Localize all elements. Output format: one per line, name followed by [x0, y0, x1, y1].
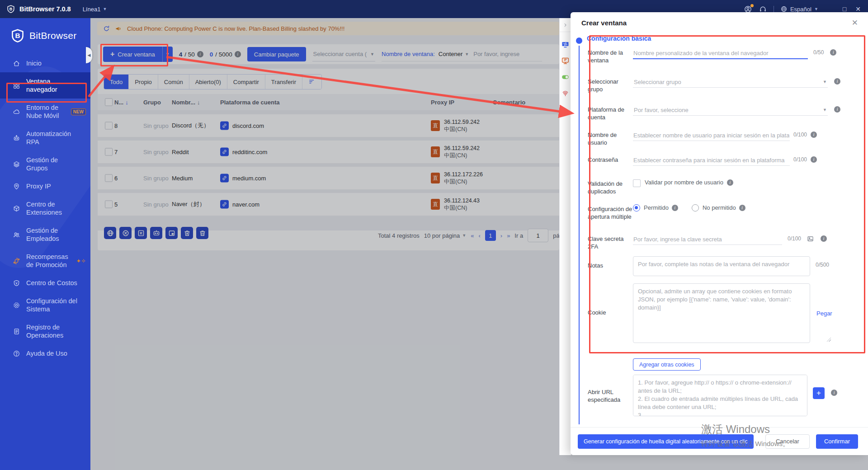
notes-textarea[interactable] — [633, 256, 810, 276]
radio-no-permitido[interactable] — [692, 204, 699, 212]
section-title: Configuración básica — [587, 35, 651, 42]
add-url-button[interactable]: + — [813, 387, 825, 399]
sidebar-item-label: Gestión de Empleados — [26, 226, 78, 243]
sidebar-item-centro-costos[interactable]: Centro de Costos — [0, 274, 90, 292]
field-label: Configuración de apertura múltiple — [588, 204, 633, 221]
close-icon[interactable]: ✕ — [855, 5, 861, 13]
cancel-button[interactable]: Cancelar — [765, 434, 810, 449]
monitor-icon[interactable] — [561, 40, 570, 49]
field-duplicate-check: Validación de duplicados Validar por nom… — [588, 179, 855, 195]
sidebar-item-automatizacion-rpa[interactable]: Automatización RPA — [0, 125, 90, 151]
help-icon — [13, 350, 20, 357]
field-label: Notas — [588, 256, 633, 269]
sidebar-item-inicio[interactable]: Inicio — [0, 54, 90, 72]
divider — [774, 6, 774, 12]
password-input[interactable] — [633, 155, 790, 166]
toggle-on-icon[interactable] — [561, 73, 570, 81]
line-selector-label: Línea1 — [83, 6, 101, 13]
sidebar-item-configuracion-sistema[interactable]: Configuración del Sistema — [0, 292, 90, 318]
drawer-footer: Generar configuración de huella digital … — [571, 427, 868, 455]
group-select-value: Seleccionar grupo — [634, 79, 681, 85]
field-cookie: Cookie Pegar — [588, 283, 855, 343]
field-multi-open: Configuración de apertura múltiple Permi… — [588, 204, 855, 221]
window-name-input[interactable] — [633, 47, 808, 59]
log-icon — [13, 328, 20, 335]
field-label: Clave secreta 2FA — [588, 234, 633, 250]
sidebar-item-ventana-navegador[interactable]: Ventana navegador — [0, 72, 90, 99]
field-label: Seleccionar grupo — [588, 76, 633, 93]
sidebar-item-label: Centro de Costos — [26, 279, 77, 287]
fingerprint-icon[interactable] — [561, 89, 570, 98]
2fa-secret-input[interactable] — [633, 234, 782, 245]
field-window-name: Nombre de la ventana 0/50 i — [588, 47, 855, 64]
sidebar-item-proxy-ip[interactable]: Proxy IP — [0, 177, 90, 195]
info-icon[interactable]: i — [830, 49, 836, 56]
sparkles-icon: ✦✧ — [76, 258, 86, 264]
sidebar-item-entorno-nube-movil[interactable]: Entorno de Nube MóvilNEW — [0, 99, 90, 125]
shield-icon — [13, 279, 20, 287]
info-icon[interactable]: i — [811, 132, 817, 138]
sidebar-item-label: Ventana navegador — [26, 77, 78, 94]
field-platform: Plataforma de cuenta Por favor, seleccio… — [588, 104, 855, 121]
grid-icon — [13, 82, 20, 89]
username-input[interactable] — [633, 130, 790, 141]
paste-link[interactable]: Pegar — [816, 310, 832, 317]
drawer-title: Crear ventana — [581, 19, 627, 27]
scan-image-icon[interactable] — [807, 235, 814, 243]
gear-icon — [13, 301, 20, 309]
language-selector[interactable]: Español ▼ — [780, 5, 818, 13]
close-icon[interactable]: ✕ — [852, 18, 858, 28]
sidebar-item-registro-operaciones[interactable]: Registro de Operaciones — [0, 318, 90, 344]
field-label: Nombre de la ventana — [588, 47, 633, 64]
char-counter: 0/100 — [793, 156, 807, 163]
info-icon[interactable]: i — [831, 390, 837, 396]
generate-fingerprint-button[interactable]: Generar configuración de huella digital … — [578, 434, 754, 449]
svg-text:B: B — [15, 32, 20, 39]
reward-icon — [13, 257, 20, 265]
sidebar-item-centro-extensiones[interactable]: Centro de Extensiones — [0, 195, 90, 221]
resize-handle-icon[interactable] — [826, 337, 831, 342]
globe-icon — [780, 5, 788, 13]
info-icon[interactable]: i — [821, 235, 827, 242]
app-logo-icon: B — [6, 5, 15, 14]
info-icon[interactable]: i — [834, 106, 840, 113]
sidebar-item-ayuda-uso[interactable]: Ayuda de Uso — [0, 344, 90, 362]
info-icon[interactable]: i — [811, 156, 817, 163]
confirm-button[interactable]: Confirmar — [816, 434, 858, 449]
sidebar-item-recompensas-promocion[interactable]: Recompensas de Promoción✦✧ — [0, 248, 90, 274]
platform-select[interactable]: Por favor, seleccione ▼ — [633, 104, 828, 116]
duplicate-check-checkbox[interactable] — [633, 179, 641, 187]
box-icon — [13, 205, 20, 212]
sidebar-item-label: Recompensas de Promoción — [26, 253, 69, 269]
chevron-right-icon[interactable] — [560, 18, 571, 32]
field-label: Validación de duplicados — [588, 179, 633, 195]
group-select[interactable]: Seleccionar grupo ▼ — [633, 76, 828, 88]
app-logo-icon: B — [10, 28, 25, 43]
add-cookies-button[interactable]: Agregar otras cookies — [633, 358, 701, 371]
chevron-down-icon: ▼ — [103, 7, 107, 11]
field-password: Contraseña 0/100 i — [588, 155, 855, 166]
side-panel-strip: IP — [559, 18, 571, 455]
svg-text:IP: IP — [564, 58, 567, 61]
info-icon[interactable]: i — [739, 205, 745, 211]
cookie-textarea[interactable] — [633, 283, 810, 343]
create-window-drawer: Crear ventana ✕ Configuración básica Nom… — [571, 12, 868, 455]
sidebar-item-label: Entorno de Nube Móvil — [26, 103, 64, 120]
field-label: Contraseña — [588, 155, 633, 164]
open-url-textarea[interactable] — [633, 375, 807, 416]
field-label: Nombre de usuario — [588, 130, 633, 146]
field-label: Abrir URL especificada — [588, 375, 633, 404]
sidebar: B BitBrowser InicioVentana navegadorEnto… — [0, 18, 90, 470]
radio-permitido[interactable] — [633, 204, 640, 212]
sidebar-item-gestion-empleados[interactable]: Gestión de Empleados — [0, 221, 90, 248]
ip-monitor-icon[interactable]: IP — [561, 56, 570, 65]
sidebar-item-label: Inicio — [26, 59, 42, 67]
maximize-icon[interactable]: □ — [843, 5, 846, 13]
char-counter: 0/100 — [788, 235, 801, 242]
sidebar-logo: B BitBrowser — [0, 18, 90, 51]
info-icon[interactable]: i — [672, 205, 678, 211]
info-icon[interactable]: i — [834, 78, 840, 85]
sidebar-item-gestion-grupos[interactable]: Gestión de Grupos — [0, 151, 90, 177]
info-icon[interactable]: i — [727, 179, 733, 186]
line-selector[interactable]: Línea1 ▼ — [83, 6, 107, 13]
